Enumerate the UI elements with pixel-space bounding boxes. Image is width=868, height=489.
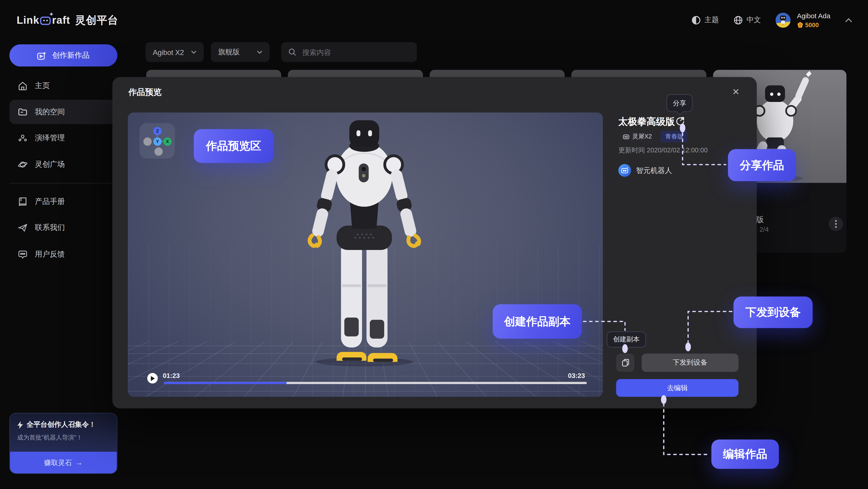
language-switcher[interactable]: 中文	[733, 15, 761, 25]
share-icon[interactable]	[675, 116, 685, 126]
promo-subtitle: 成为首批"机器人导演"！	[17, 433, 110, 441]
coin-icon	[797, 22, 803, 28]
copy-icon	[621, 358, 629, 367]
modal-title: 作品预览	[128, 87, 162, 97]
connector-edit	[664, 403, 710, 455]
share-tooltip: 分享	[666, 94, 692, 112]
logo-text-cn: 灵创平台	[75, 13, 119, 28]
username: Agibot Ada	[797, 12, 830, 20]
promo-title: 全平台创作人召集令！	[27, 420, 96, 429]
language-label: 中文	[747, 15, 761, 25]
robot-face-icon	[621, 167, 628, 174]
chevron-down-icon	[257, 50, 262, 54]
edition-dropdown[interactable]: 旗舰版	[211, 42, 270, 62]
globe-icon	[733, 15, 742, 25]
work-card-count: 2/4	[760, 226, 769, 233]
search-box[interactable]	[281, 42, 417, 62]
z-axis-handle[interactable]: Z	[153, 127, 161, 135]
create-new-work-button[interactable]: 创作新作品	[9, 44, 117, 66]
theme-label: 主题	[705, 15, 719, 25]
card-menu-button[interactable]	[829, 217, 843, 231]
model-dropdown-value: Agibot X2	[153, 48, 184, 56]
sidebar-item-label: 演绎管理	[35, 133, 65, 143]
axis-handle-neg-y[interactable]	[154, 147, 163, 155]
paper-plane-icon	[18, 223, 28, 233]
updated-time: 更新时间 2020/02/02 12:00:00	[618, 146, 708, 155]
book-icon	[18, 197, 28, 207]
create-video-icon	[37, 51, 46, 60]
kebab-icon	[835, 220, 837, 228]
search-input[interactable]	[301, 48, 398, 57]
preview-canvas[interactable]: Z Y X 作品预览区	[128, 112, 603, 397]
author-name: 智元机器人	[636, 165, 672, 175]
tag-row: 灵犀X2 青春版	[618, 131, 688, 142]
chevron-down-icon	[191, 50, 196, 54]
edition-dropdown-value: 旗舰版	[218, 47, 240, 57]
callout-deploy-device: 下发到设备	[734, 296, 813, 328]
author-avatar	[618, 164, 631, 177]
search-icon	[288, 48, 296, 56]
app-root: Link ✦ raft 灵创平台 主题	[0, 0, 868, 489]
sidebar-item-label: 我的空间	[35, 107, 65, 117]
create-copy-button[interactable]	[616, 353, 634, 372]
logo-text-link: Link	[17, 15, 39, 26]
sidebar-item-plaza[interactable]: 灵创广场	[9, 152, 117, 177]
deploy-to-device-button[interactable]: 下发到设备	[642, 353, 738, 372]
progress-fill	[164, 382, 286, 384]
model-tag: 灵犀X2	[618, 131, 656, 142]
user-info: Agibot Ada 5000	[797, 12, 830, 28]
theme-icon	[691, 15, 701, 25]
sidebar-item-label: 联系我们	[35, 223, 65, 233]
home-icon	[18, 81, 28, 91]
model-dropdown[interactable]: Agibot X2	[146, 42, 204, 62]
sidebar-item-label: 产品手册	[35, 197, 65, 207]
x-axis-handle[interactable]: X	[163, 138, 172, 146]
logo-star-icon: ✦	[49, 11, 54, 17]
sidebar-item-feedback[interactable]: 用户反馈	[9, 242, 117, 267]
sidebar-item-label: 用户反馈	[35, 249, 65, 259]
app-logo: Link ✦ raft 灵创平台	[17, 13, 118, 28]
planet-icon	[18, 160, 28, 170]
top-bar-right: 主题 中文 Agibot Ada	[691, 0, 852, 40]
chat-bubble-icon	[18, 249, 28, 259]
promo-body: 全平台创作人召集令！ 成为首批"机器人导演"！	[10, 413, 117, 452]
close-icon[interactable]: ✕	[732, 86, 740, 97]
current-time: 01:23	[163, 372, 180, 379]
callout-preview-area: 作品预览区	[194, 129, 273, 163]
sidebar-item-product-manual[interactable]: 产品手册	[9, 190, 117, 214]
robot-3d-model	[304, 118, 425, 368]
sidebar-item-my-space[interactable]: 我的空间	[9, 100, 117, 124]
copy-tooltip: 创建副本	[607, 332, 646, 347]
promo-card: 全平台创作人召集令！ 成为首批"机器人导演"！ 赚取灵石 →	[9, 413, 117, 474]
coin-balance: 5000	[797, 22, 830, 28]
arrow-right-icon: →	[75, 459, 83, 467]
play-icon	[150, 375, 155, 381]
sidebar-item-home[interactable]: 主页	[9, 74, 117, 98]
lightning-icon	[17, 421, 23, 429]
sidebar-item-label: 主页	[35, 81, 50, 91]
author-row: 智元机器人	[618, 164, 672, 177]
y-axis-handle[interactable]: Y	[153, 138, 161, 146]
go-edit-button[interactable]: 去编辑	[616, 379, 738, 397]
create-new-work-label: 创作新作品	[52, 50, 90, 60]
sidebar-item-performance-mgmt[interactable]: 演绎管理	[9, 126, 117, 150]
chevron-up-icon[interactable]	[845, 18, 852, 23]
sidebar-item-label: 灵创广场	[35, 160, 65, 170]
callout-create-copy: 创建作品副本	[493, 304, 582, 339]
sidebar-divider	[9, 183, 117, 183]
work-card-title-partial: 版	[756, 215, 764, 225]
axis-handle-neg-x[interactable]	[143, 138, 152, 146]
sidebar: 创作新作品 主页 我的空间 演绎管理 灵创广场 产品手册 联系我们	[0, 40, 127, 489]
theme-toggle[interactable]: 主题	[691, 15, 719, 25]
top-bar: Link ✦ raft 灵创平台 主题	[0, 0, 868, 40]
robot-face-icon	[623, 134, 629, 139]
work-title: 太极拳高级版	[618, 115, 675, 128]
avatar[interactable]	[775, 12, 790, 28]
earn-gems-button[interactable]: 赚取灵石 →	[10, 452, 117, 474]
sidebar-item-contact-us[interactable]: 联系我们	[9, 215, 117, 240]
total-time: 03:23	[568, 372, 585, 379]
play-button[interactable]	[147, 373, 158, 383]
axis-gizmo[interactable]: Z Y X	[140, 123, 175, 159]
progress-bar[interactable]	[164, 382, 587, 384]
logo-text-raft: raft	[52, 15, 70, 26]
